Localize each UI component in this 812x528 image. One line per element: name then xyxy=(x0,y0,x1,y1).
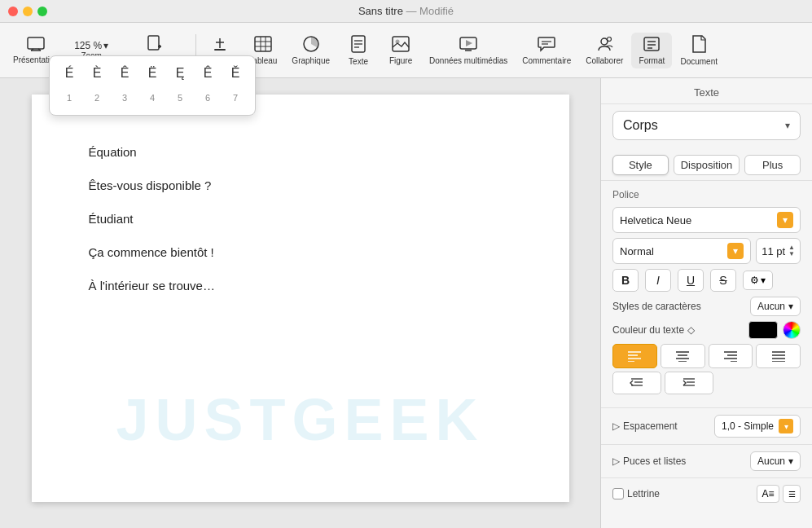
lettrine-checkbox[interactable] xyxy=(612,488,624,499)
figure-label: Figure xyxy=(389,56,412,65)
collaborate-button[interactable]: Collaborer xyxy=(579,33,630,68)
maximize-button[interactable] xyxy=(37,7,47,16)
insert-icon xyxy=(212,35,228,55)
espacement-chevron-icon: ▷ xyxy=(612,420,620,432)
align-justify-button[interactable] xyxy=(756,344,801,368)
comment-label: Commentaire xyxy=(522,56,571,65)
police-label: Police xyxy=(612,189,801,200)
doc-line-2: Êtes-vous disponible ? xyxy=(89,177,512,194)
puces-dropdown[interactable]: Aucun ▾ xyxy=(750,451,801,471)
tab-style[interactable]: Style xyxy=(612,155,669,175)
align-right-button[interactable] xyxy=(709,344,753,368)
special-char-popup[interactable]: É È Ê Ë Ę Ê Ě 1 2 3 4 5 6 7 xyxy=(49,78,256,116)
document-page[interactable]: Équation Êtes-vous disponible ? Étudiant… xyxy=(32,95,569,502)
minimize-button[interactable] xyxy=(23,7,33,16)
lettrine-label-text: Lettrine xyxy=(627,488,660,499)
figure-button[interactable]: Figure xyxy=(380,33,421,68)
svg-rect-0 xyxy=(28,37,44,49)
text-icon xyxy=(350,35,366,55)
text-color-controls xyxy=(748,321,801,339)
tab-disposition[interactable]: Disposition xyxy=(674,155,740,175)
text-button[interactable]: Texte xyxy=(338,32,379,69)
text-color-row: Couleur du texte ◇ xyxy=(612,321,801,339)
espacement-row: ▷ Espacement 1,0 - Simple ▾ xyxy=(601,407,812,444)
strikethrough-button[interactable]: S xyxy=(710,269,736,292)
indent-increase-button[interactable] xyxy=(665,372,713,394)
special-char-num-5: 5 xyxy=(169,87,191,108)
font-size-text: 11 pt xyxy=(762,245,785,257)
align-left-button[interactable] xyxy=(612,344,657,368)
modified-indicator: — Modifié xyxy=(406,5,454,17)
corps-chevron-icon: ▾ xyxy=(785,120,790,131)
indent-row xyxy=(612,372,801,394)
title-bar: Sans titre — Modifié xyxy=(0,0,812,23)
document-button[interactable]: Document xyxy=(674,32,724,69)
special-char-num-4: 4 xyxy=(141,87,164,108)
special-char-E-grave[interactable]: È xyxy=(86,78,108,84)
comment-button[interactable]: Commentaire xyxy=(516,33,577,68)
format-button[interactable]: Format xyxy=(631,33,672,68)
font-size-control[interactable]: 11 pt ▲ ▼ xyxy=(756,238,801,264)
special-char-E-caron[interactable]: Ě xyxy=(224,78,247,84)
font-style-dropdown[interactable]: Normal ▾ xyxy=(612,238,751,264)
color-swatch[interactable] xyxy=(748,321,778,339)
char-styles-row: Styles de caractères Aucun ▾ xyxy=(612,297,801,316)
puces-label-text: Puces et listes xyxy=(623,455,686,467)
lettrine-control: A≡ ☰ xyxy=(757,485,801,503)
font-style-row: Normal ▾ 11 pt ▲ ▼ xyxy=(612,238,801,264)
lettrine-lines-button[interactable]: ☰ xyxy=(783,485,801,503)
right-panel: Texte Corps ▾ Style Disposition Plus Pol… xyxy=(600,78,812,528)
comment-icon xyxy=(538,36,555,55)
watermark: JUSTGEEK xyxy=(116,386,484,453)
svg-rect-10 xyxy=(255,37,271,51)
special-char-row-1: É È Ê Ë Ę Ê Ě xyxy=(58,78,247,84)
window-title: Sans titre — Modifié xyxy=(358,5,454,17)
close-button[interactable] xyxy=(8,7,18,16)
special-char-E-circ2[interactable]: Ê xyxy=(196,78,219,84)
collaborate-label: Collaborer xyxy=(586,56,623,65)
doc-line-4: Ça commence bientôt ! xyxy=(89,244,512,261)
italic-button[interactable]: I xyxy=(645,269,671,292)
special-char-E-acute[interactable]: É xyxy=(58,78,81,84)
format-buttons-row: B I U S ⚙ ▾ xyxy=(612,269,801,292)
puces-chevron-down-icon: ▾ xyxy=(788,455,793,467)
font-name-dropdown[interactable]: Helvetica Neue ▾ xyxy=(612,207,801,233)
document-area[interactable]: Équation Êtes-vous disponible ? Étudiant… xyxy=(0,78,600,528)
color-wheel-icon[interactable] xyxy=(783,321,801,339)
corps-dropdown[interactable]: Corps ▾ xyxy=(612,111,801,140)
espacement-control[interactable]: 1,0 - Simple ▾ xyxy=(714,415,801,438)
multimedia-icon xyxy=(459,36,477,55)
underline-button[interactable]: U xyxy=(678,269,704,292)
bold-button[interactable]: B xyxy=(612,269,639,292)
char-styles-dropdown[interactable]: Aucun ▾ xyxy=(750,297,801,316)
special-char-E-uml[interactable]: Ë xyxy=(141,78,164,84)
special-char-E-circ[interactable]: Ê xyxy=(113,78,136,84)
font-name-text: Helvetica Neue xyxy=(620,214,691,227)
char-styles-chevron-icon: ▾ xyxy=(788,301,793,312)
special-char-num-3: 3 xyxy=(113,87,136,108)
police-section: Police Helvetica Neue ▾ Normal ▾ 11 pt ▲… xyxy=(601,180,812,407)
svg-point-28 xyxy=(608,37,612,41)
graphic-label: Graphique xyxy=(292,56,330,65)
graphic-button[interactable]: Graphique xyxy=(285,33,336,68)
special-char-row-2: 1 2 3 4 5 6 7 xyxy=(58,87,247,108)
special-char-E-ogonek[interactable]: Ę xyxy=(169,78,191,84)
corps-label: Corps xyxy=(623,118,658,133)
svg-rect-9 xyxy=(214,49,226,51)
graphic-icon xyxy=(302,36,320,55)
align-center-button[interactable] xyxy=(661,344,705,368)
title-text: Sans titre xyxy=(358,5,403,17)
indent-decrease-button[interactable] xyxy=(612,372,661,394)
table-icon xyxy=(254,36,272,55)
gear-icon: ⚙ xyxy=(750,275,759,286)
font-style-text: Normal xyxy=(620,245,654,257)
puces-label: ▷ Puces et listes xyxy=(612,455,686,467)
font-style-arrow: ▾ xyxy=(727,243,744,259)
tab-plus[interactable]: Plus xyxy=(744,155,801,175)
text-label: Texte xyxy=(349,57,368,66)
multimedia-label: Données multimédias xyxy=(429,56,507,65)
more-format-button[interactable]: ⚙ ▾ xyxy=(743,271,773,290)
espacement-value: 1,0 - Simple xyxy=(722,420,774,432)
special-char-num-1: 1 xyxy=(58,87,81,108)
multimedia-button[interactable]: Données multimédias xyxy=(423,33,514,68)
